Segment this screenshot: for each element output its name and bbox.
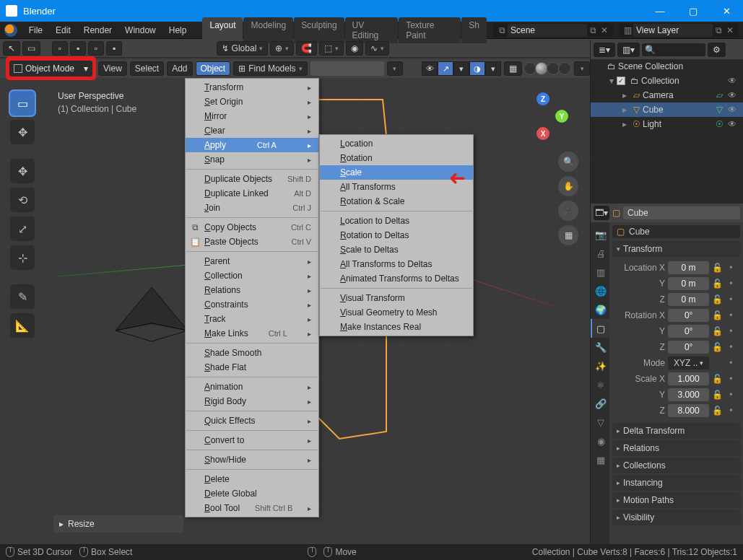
menu-item-snap[interactable]: Snap▸ bbox=[186, 152, 318, 167]
outliner-search[interactable] bbox=[642, 43, 705, 56]
overlay-dropdown[interactable]: ▾ bbox=[485, 61, 501, 76]
menu-item-parent[interactable]: Parent▸ bbox=[186, 254, 318, 268]
tool-transform[interactable]: ⊹ bbox=[10, 245, 35, 270]
viewport-search[interactable] bbox=[310, 61, 384, 76]
eye-icon[interactable]: 👁 bbox=[726, 76, 739, 86]
properties-breadcrumb[interactable]: ▢Cube bbox=[612, 225, 740, 238]
tool-select-box[interactable]: ▭ bbox=[10, 91, 35, 115]
scale-y[interactable]: 3.000 bbox=[668, 388, 709, 401]
props-editor-type[interactable]: 🗔▾ bbox=[594, 206, 609, 220]
menu-item-shade-smooth[interactable]: Shade Smooth bbox=[186, 346, 318, 360]
submenu-item-rotation-scale[interactable]: Rotation & Scale bbox=[320, 194, 473, 209]
menu-item-quick-effects[interactable]: Quick Effects▸ bbox=[186, 414, 318, 428]
close-button[interactable]: ✕ bbox=[710, 0, 743, 22]
lock-icon[interactable]: 🔓 bbox=[712, 294, 723, 305]
proportional-dropdown[interactable]: ∿ ▾ bbox=[365, 41, 389, 56]
rot-y[interactable]: 0° bbox=[668, 325, 709, 338]
menu-item-make-links[interactable]: Make LinksCtrl L▸ bbox=[186, 326, 318, 341]
panel-delta-transform[interactable]: ▸Delta Transform bbox=[612, 423, 740, 439]
scene-name-field[interactable] bbox=[508, 24, 587, 37]
tab-output-icon[interactable]: 🖨 bbox=[591, 244, 609, 263]
tab-object-icon[interactable]: ▢ bbox=[591, 319, 609, 338]
tab-layout[interactable]: Layout bbox=[202, 17, 243, 43]
menu-item-set-origin[interactable]: Set Origin▸ bbox=[186, 95, 318, 109]
tab-shading[interactable]: Sh bbox=[461, 17, 487, 43]
tool-measure[interactable]: 📐 bbox=[10, 313, 35, 338]
camera-view-button[interactable]: 🎥 bbox=[558, 201, 578, 221]
lock-icon[interactable]: 🔓 bbox=[712, 279, 723, 289]
view-layer-field[interactable] bbox=[633, 24, 713, 37]
scale-x[interactable]: 1.000 bbox=[668, 372, 709, 385]
submenu-item-scale-to-deltas[interactable]: Scale to Deltas bbox=[320, 242, 473, 257]
menu-item-duplicate-objects[interactable]: Duplicate ObjectsShift D bbox=[186, 172, 318, 186]
light-data-icon[interactable]: ☉ bbox=[713, 119, 726, 129]
lock-icon[interactable]: 🔓 bbox=[712, 374, 723, 384]
submenu-item-animated-transforms-to-deltas[interactable]: Animated Transforms to Deltas bbox=[320, 271, 473, 286]
submenu-item-rotation-to-deltas[interactable]: Rotation to Deltas bbox=[320, 228, 473, 242]
menu-item-delete[interactable]: Delete bbox=[186, 472, 318, 486]
menu-window[interactable]: Window bbox=[119, 23, 162, 38]
tab-scene-icon[interactable]: 🌐 bbox=[591, 281, 609, 300]
menu-item-copy-objects[interactable]: ⧉Copy ObjectsCtrl C bbox=[186, 220, 318, 235]
menu-item-relations[interactable]: Relations▸ bbox=[186, 283, 318, 297]
outliner-filter[interactable]: ⚙ bbox=[708, 43, 726, 57]
menu-item-duplicate-linked[interactable]: Duplicate LinkedAlt D bbox=[186, 186, 318, 201]
menu-item-convert-to[interactable]: Convert to▸ bbox=[186, 433, 318, 447]
snap-3-icon[interactable]: ▫ bbox=[88, 41, 104, 56]
tool-rotate[interactable]: ⟲ bbox=[10, 188, 35, 212]
nav-gizmo[interactable]: Z Y X bbox=[518, 92, 568, 143]
snap-4-icon[interactable]: ▪ bbox=[106, 41, 122, 56]
last-operator-panel[interactable]: ▸ Resize bbox=[53, 515, 183, 533]
zoom-button[interactable]: 🔍 bbox=[558, 152, 578, 172]
scene-close-icon[interactable]: ✕ bbox=[599, 25, 610, 36]
blender-icon[interactable] bbox=[4, 24, 17, 37]
selectable-toggle[interactable]: 👁 bbox=[422, 61, 438, 76]
lock-icon[interactable]: 🔓 bbox=[712, 390, 723, 400]
layer-copy-icon[interactable]: ⧉ bbox=[713, 25, 724, 36]
header-select[interactable]: Select bbox=[130, 61, 164, 76]
menu-item-transform[interactable]: Transform▸ bbox=[186, 80, 318, 95]
tab-texture-paint[interactable]: Texture Paint bbox=[399, 17, 461, 43]
pin-icon[interactable]: ⧉ bbox=[587, 25, 599, 36]
tab-constraints-icon[interactable]: 🔗 bbox=[591, 394, 609, 413]
scale-z[interactable]: 8.000 bbox=[668, 404, 709, 417]
outliner-scene-collection[interactable]: 🗀Scene Collection bbox=[591, 59, 743, 74]
loc-z[interactable]: 0 m bbox=[668, 293, 709, 306]
layer-close-icon[interactable]: ✕ bbox=[724, 25, 736, 36]
proportional-toggle[interactable]: ◉ bbox=[346, 41, 363, 56]
submenu-item-visual-transform[interactable]: Visual Transform bbox=[320, 291, 473, 305]
lock-icon[interactable]: 🔓 bbox=[712, 326, 723, 336]
tool-annotate[interactable]: ✎ bbox=[10, 284, 35, 309]
panel-instancing[interactable]: ▸Instancing bbox=[612, 475, 740, 491]
tab-viewlayer-icon[interactable]: ▥ bbox=[591, 263, 609, 281]
menu-item-mirror[interactable]: Mirror▸ bbox=[186, 109, 318, 123]
lock-icon[interactable]: 🔓 bbox=[712, 263, 723, 273]
scene-selector[interactable]: ⧉ ⧉ ✕ bbox=[493, 23, 613, 38]
menu-item-show-hide[interactable]: Show/Hide▸ bbox=[186, 452, 318, 467]
gizmo-toggle[interactable]: ↗ bbox=[438, 61, 453, 76]
snap-toggle[interactable]: 🧲 bbox=[296, 41, 317, 56]
tab-modifiers-icon[interactable]: 🔧 bbox=[591, 338, 609, 356]
shading-rendered[interactable] bbox=[558, 62, 571, 75]
tab-sculpting[interactable]: Sculpting bbox=[294, 17, 344, 43]
header-view[interactable]: View bbox=[98, 61, 127, 76]
shading-dropdown[interactable]: ▾ bbox=[574, 61, 590, 76]
panel-collections[interactable]: ▸Collections bbox=[612, 458, 740, 473]
panel-transform[interactable]: ▾Transform bbox=[612, 241, 740, 257]
pivot-dropdown[interactable]: ⊕ ▾ bbox=[270, 41, 294, 56]
menu-item-clear[interactable]: Clear▸ bbox=[186, 123, 318, 138]
tab-world-icon[interactable]: 🌍 bbox=[591, 300, 609, 319]
menu-render[interactable]: Render bbox=[78, 23, 118, 38]
active-object-name[interactable] bbox=[623, 206, 740, 219]
panel-motion-paths[interactable]: ▸Motion Paths bbox=[612, 492, 740, 508]
maximize-button[interactable]: ▢ bbox=[677, 0, 710, 22]
tab-modeling[interactable]: Modeling bbox=[243, 17, 293, 43]
outliner[interactable]: 🗀Scene Collection ▾✓🗀Collection👁 ▸▱Camer… bbox=[591, 59, 743, 204]
mode-selector[interactable]: Object Mode ▾ bbox=[9, 61, 92, 76]
menu-edit[interactable]: Edit bbox=[50, 23, 77, 38]
gizmo-dropdown[interactable]: ▾ bbox=[453, 61, 469, 76]
orientation-dropdown[interactable]: ↯ Global ▾ bbox=[217, 41, 269, 56]
outliner-display-mode[interactable]: ▥▾ bbox=[617, 43, 640, 57]
view-layer-selector[interactable]: ▥ ⧉ ✕ bbox=[619, 23, 739, 38]
panel-relations[interactable]: ▸Relations bbox=[612, 440, 740, 456]
